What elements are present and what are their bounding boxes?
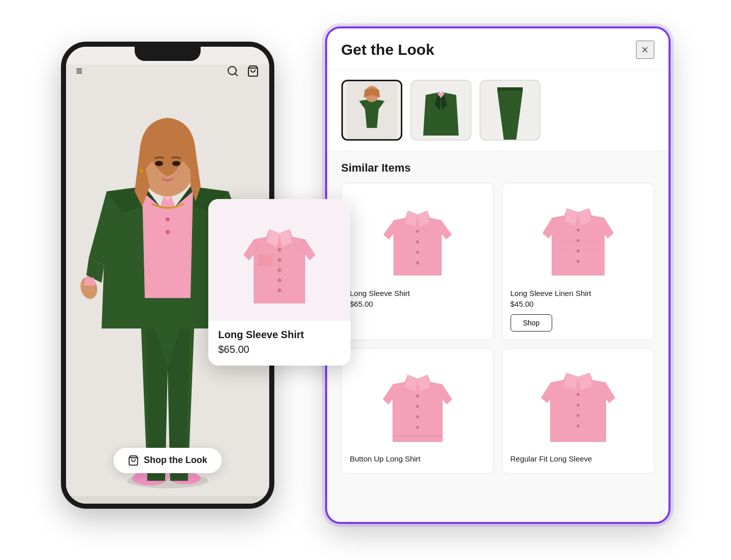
item3-shirt-svg: [379, 359, 456, 446]
item-4-name: Regular Fit Long Sleeve: [511, 454, 646, 463]
search-icon[interactable]: [227, 65, 239, 77]
thumbnail-2[interactable]: [410, 80, 471, 141]
thumbnail-3-image: [481, 81, 539, 140]
svg-line-1: [235, 73, 237, 75]
svg-point-21: [139, 169, 143, 173]
item-2-image: [511, 191, 646, 283]
thumbnail-3[interactable]: [480, 80, 541, 141]
item-1-price: $65.00: [350, 300, 485, 308]
item1-shirt-svg: [379, 194, 456, 280]
thumbnail-2-image: [411, 81, 470, 140]
item-card-3: Button Up Long Shirt: [341, 348, 494, 474]
item-2-price: $45.00: [511, 300, 646, 308]
thumb1-svg: [346, 80, 397, 141]
floating-card-info: Long Sleeve Shirt $65.00: [208, 321, 351, 355]
similar-items-section: Similar Items: [327, 151, 669, 484]
get-the-look-panel: Get the Look ×: [325, 26, 671, 524]
panel-header: Get the Look ×: [327, 28, 669, 70]
items-grid: Long Sleeve Shirt $65.00: [341, 183, 654, 474]
panel-title: Get the Look: [341, 41, 434, 58]
floating-shirt-image: [239, 209, 320, 311]
similar-items-title: Similar Items: [341, 161, 654, 175]
shop-look-label: Shop the Look: [144, 455, 207, 466]
item-3-name: Button Up Long Shirt: [350, 454, 485, 463]
svg-point-38: [577, 228, 580, 232]
svg-point-47: [416, 425, 419, 429]
floating-card-name: Long Sleeve Shirt: [218, 329, 340, 341]
svg-point-37: [416, 261, 419, 264]
thumb3-svg: [485, 80, 535, 141]
svg-point-51: [577, 414, 580, 417]
floating-product-card: Long Sleeve Shirt $65.00: [208, 199, 351, 366]
item2-shirt-svg: [540, 194, 616, 280]
thumbnail-1-image: [343, 81, 401, 139]
cart-icon[interactable]: [247, 65, 259, 77]
svg-point-35: [416, 240, 419, 243]
svg-point-13: [166, 217, 170, 221]
svg-rect-23: [258, 255, 272, 266]
svg-point-46: [416, 415, 419, 418]
floating-card-price: $65.00: [218, 344, 340, 355]
item-2-name: Long Sleeve Linen Shirt: [511, 289, 646, 298]
thumbnails-row: [327, 70, 669, 151]
svg-point-40: [577, 249, 580, 252]
phone-notch: [135, 47, 201, 61]
svg-point-41: [577, 260, 580, 263]
svg-point-50: [577, 403, 580, 406]
item-1-image: [350, 191, 485, 283]
svg-point-19: [155, 161, 163, 166]
svg-point-39: [577, 239, 580, 242]
item-4-image: [511, 357, 646, 448]
thumbnail-1[interactable]: [341, 80, 402, 141]
svg-point-45: [416, 405, 419, 408]
thumb2-svg: [416, 80, 466, 141]
svg-point-14: [166, 230, 170, 234]
header-icons: [227, 65, 259, 77]
svg-point-44: [416, 394, 419, 398]
svg-point-49: [577, 393, 580, 396]
floating-card-image-area: [208, 199, 351, 321]
item-card-1: Long Sleeve Shirt $65.00: [341, 183, 494, 340]
svg-point-20: [172, 161, 180, 166]
shop-button-item2[interactable]: Shop: [511, 314, 553, 332]
item4-shirt-svg: [540, 359, 616, 446]
item-1-name: Long Sleeve Shirt: [350, 289, 485, 298]
bag-icon: [128, 455, 139, 466]
svg-point-36: [416, 251, 419, 254]
item-3-image: [350, 357, 485, 448]
svg-point-52: [577, 424, 580, 427]
shop-look-button[interactable]: Shop the Look: [113, 448, 221, 473]
svg-point-34: [416, 229, 419, 233]
menu-icon[interactable]: ≡: [76, 64, 82, 78]
item-card-4: Regular Fit Long Sleeve: [502, 348, 654, 474]
close-button[interactable]: ×: [636, 41, 654, 59]
phone-header: ≡: [66, 64, 269, 78]
item-card-2: Long Sleeve Linen Shirt $45.00 Shop: [502, 183, 654, 340]
